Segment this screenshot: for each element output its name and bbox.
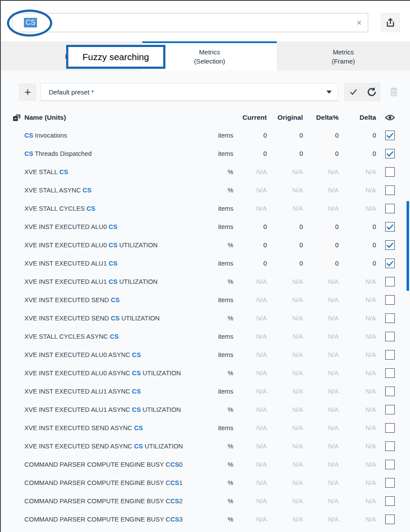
metric-units: % [207,278,233,285]
metric-current: N/A [233,296,270,303]
metric-delta-percent: N/A [306,296,342,303]
table-row[interactable]: COMMAND PARSER COMPUTE ENGINE BUSY CCS1%… [10,474,400,492]
metric-original: N/A [270,443,306,450]
search-match-highlight: CS [134,424,143,431]
metric-units: % [207,187,233,194]
visibility-checkbox-checked[interactable] [385,131,395,140]
tab-metrics-frame[interactable]: Metrics (Frame) [277,41,410,71]
metrics-table: Name (Units) Current Original Delta% Del… [10,109,400,529]
reset-preset-button[interactable] [363,83,380,101]
visibility-checkbox-unchecked[interactable] [385,277,395,286]
metric-delta: N/A [342,333,380,340]
visibility-checkbox-checked[interactable] [385,149,395,158]
visibility-checkbox-unchecked[interactable] [385,387,395,396]
table-row[interactable]: XVE STALL CYCLES ASYNC CSitemsN/AN/AN/AN… [10,327,400,346]
preset-dropdown[interactable]: Default preset * [40,83,338,101]
metric-original: N/A [270,278,306,285]
stacked-pages-icon[interactable] [10,113,24,122]
metric-name: COMMAND PARSER COMPUTE ENGINE BUSY CCS3 [24,516,207,523]
table-row[interactable]: XVE INST EXECUTED ALU0 ASYNC CSitemsN/AN… [10,346,400,364]
clear-search-icon[interactable]: × [356,18,362,27]
visibility-checkbox-unchecked[interactable] [385,368,395,378]
metric-delta: N/A [342,461,380,468]
delete-preset-button[interactable] [386,83,401,101]
table-row[interactable]: XVE INST EXECUTED SEND ASYNC CSitemsN/AN… [10,419,400,437]
table-row[interactable]: XVE STALL ASYNC CS%N/AN/AN/AN/A [10,181,400,199]
visibility-checkbox-unchecked[interactable] [385,332,395,341]
table-row[interactable]: XVE INST EXECUTED SEND ASYNC CS UTILIZAT… [10,437,400,455]
table-row[interactable]: XVE INST EXECUTED ALU0 ASYNC CS UTILIZAT… [10,364,400,382]
metric-original: 0 [270,242,306,249]
visibility-checkbox-unchecked[interactable] [385,167,395,177]
vertical-scrollbar-thumb[interactable] [407,201,409,291]
preset-toolbar: + Default preset * [1,71,410,101]
table-row[interactable]: XVE STALL CS%N/AN/AN/AN/A [10,163,400,181]
table-row[interactable]: XVE INST EXECUTED ALU1 CS UTILIZATION%N/… [10,273,400,291]
table-row[interactable]: COMMAND PARSER COMPUTE ENGINE BUSY CCS2%… [10,492,400,510]
metric-units: items [207,296,233,303]
visibility-cell [380,387,400,396]
table-row[interactable]: XVE INST EXECUTED SEND CSitemsN/AN/AN/AN… [10,291,400,309]
table-row[interactable]: XVE STALL CYCLES CSitemsN/AN/AN/AN/A [10,199,400,218]
table-body: CS Invocationsitems0000CS Threads Dispat… [10,126,400,529]
visibility-checkbox-checked[interactable] [385,240,395,250]
visibility-checkbox-checked[interactable] [385,222,395,232]
metric-original: N/A [270,205,306,212]
fuzzy-searching-annotation: Fuzzy searching [66,45,165,69]
delta-header: Delta [342,114,380,121]
visibility-checkbox-unchecked[interactable] [385,350,395,360]
visibility-checkbox-unchecked[interactable] [385,441,395,451]
table-row[interactable]: XVE INST EXECUTED ALU1 ASYNC CSitemsN/AN… [10,382,400,401]
metric-delta: 0 [342,132,380,139]
metric-units: % [207,498,233,505]
visibility-cell [380,350,400,360]
visibility-cell [380,131,400,140]
visibility-cell [380,149,400,158]
visibility-checkbox-unchecked[interactable] [385,405,395,414]
visibility-checkbox-unchecked[interactable] [385,185,395,195]
metric-units: items [207,132,233,139]
metrics-panel: + Default preset * [1,71,410,532]
search-match-highlight: CS [170,479,179,486]
visibility-checkbox-unchecked[interactable] [385,204,395,213]
metric-delta: N/A [342,187,380,194]
visibility-cell [380,277,400,286]
metric-original: 0 [270,132,306,139]
visibility-checkbox-unchecked[interactable] [385,460,395,469]
metric-name: COMMAND PARSER COMPUTE ENGINE BUSY CCS0 [24,461,207,468]
visibility-checkbox-checked[interactable] [385,259,395,268]
export-button[interactable] [381,13,400,32]
apply-preset-button[interactable] [344,83,362,101]
metric-units: items [207,424,233,431]
metric-original: N/A [270,424,306,431]
search-input[interactable]: CS × [12,13,368,32]
visibility-checkbox-unchecked[interactable] [385,496,395,506]
metric-units: items [207,205,233,212]
visibility-cell [380,185,400,195]
table-row[interactable]: XVE INST EXECUTED ALU0 CSitems0000 [10,218,400,236]
visibility-cell [380,405,400,414]
add-preset-button[interactable]: + [19,84,36,101]
table-row[interactable]: XVE INST EXECUTED SEND CS UTILIZATION%N/… [10,309,400,327]
visibility-checkbox-unchecked[interactable] [385,295,395,305]
original-header: Original [270,114,306,121]
visibility-checkbox-unchecked[interactable] [385,478,395,488]
visibility-checkbox-unchecked[interactable] [385,313,395,323]
metric-name: XVE INST EXECUTED ALU0 CS UTILIZATION [24,242,207,249]
table-row[interactable]: CS Threads Dispatcheditems0000 [10,145,400,163]
metric-name: XVE INST EXECUTED ALU1 ASYNC CS [24,388,207,395]
search-match-highlight: CS [109,260,118,267]
metric-delta-percent: 0 [306,150,342,157]
metric-delta-percent: N/A [306,388,342,395]
visibility-checkbox-unchecked[interactable] [385,515,395,524]
name-units-header: Name (Units) [24,114,207,121]
table-row[interactable]: XVE INST EXECUTED ALU0 CS UTILIZATION%00… [10,236,400,254]
table-row[interactable]: XVE INST EXECUTED ALU1 ASYNC CS UTILIZAT… [10,401,400,419]
table-row[interactable]: COMMAND PARSER COMPUTE ENGINE BUSY CCS3%… [10,510,400,529]
search-match-highlight: CS [170,461,179,468]
table-row[interactable]: XVE INST EXECUTED ALU1 CSitems0000 [10,254,400,273]
visibility-checkbox-unchecked[interactable] [385,423,395,433]
metric-units: % [207,443,233,450]
table-row[interactable]: CS Invocationsitems0000 [10,126,400,145]
table-row[interactable]: COMMAND PARSER COMPUTE ENGINE BUSY CCS0%… [10,455,400,474]
